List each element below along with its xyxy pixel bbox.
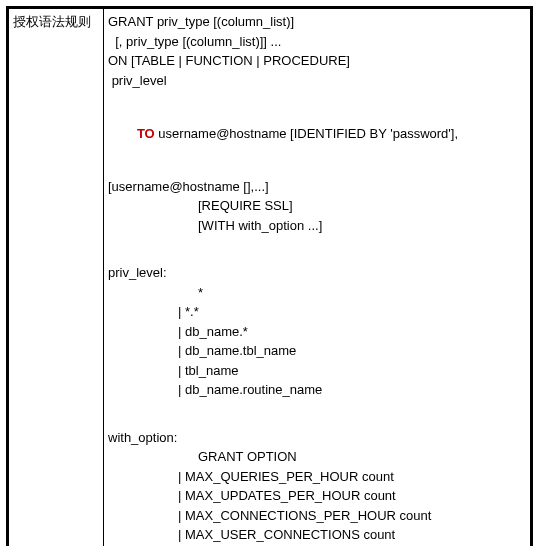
with-option-opt: GRANT OPTION bbox=[108, 447, 526, 467]
syntax-line: [, priv_type [(column_list)]] ... bbox=[108, 32, 526, 52]
grant-syntax-table: 授权语法规则 GRANT priv_type [(column_list)] [… bbox=[6, 6, 533, 546]
with-option-opt: | MAX_USER_CONNECTIONS count bbox=[108, 525, 526, 545]
syntax-line: [REQUIRE SSL] bbox=[108, 196, 526, 216]
with-option-header: with_option: bbox=[108, 428, 526, 448]
with-option-opt: | MAX_UPDATES_PER_HOUR count bbox=[108, 486, 526, 506]
with-option-opt: | MAX_CONNECTIONS_PER_HOUR count bbox=[108, 506, 526, 526]
to-rest: username@hostname [IDENTIFIED BY 'passwo… bbox=[155, 126, 458, 141]
priv-level-opt: | tbl_name bbox=[108, 361, 526, 381]
priv-level-opt: | db_name.routine_name bbox=[108, 380, 526, 400]
syntax-line: [username@hostname [],...] bbox=[108, 177, 526, 197]
priv-level-opt: | *.* bbox=[108, 302, 526, 322]
priv-level-opt: | db_name.* bbox=[108, 322, 526, 342]
with-option-opt: | MAX_QUERIES_PER_HOUR count bbox=[108, 467, 526, 487]
syntax-line: ON [TABLE | FUNCTION | PROCEDURE] bbox=[108, 51, 526, 71]
table-row: 授权语法规则 GRANT priv_type [(column_list)] [… bbox=[9, 9, 531, 547]
syntax-table: 授权语法规则 GRANT priv_type [(column_list)] [… bbox=[8, 8, 531, 546]
syntax-to-line: TO username@hostname [IDENTIFIED BY 'pas… bbox=[108, 104, 526, 163]
syntax-body: GRANT priv_type [(column_list)] [, priv_… bbox=[104, 9, 531, 547]
syntax-line: GRANT priv_type [(column_list)] bbox=[108, 12, 526, 32]
priv-level-opt: * bbox=[108, 283, 526, 303]
priv-level-header: priv_level: bbox=[108, 263, 526, 283]
syntax-line: priv_level bbox=[108, 71, 526, 91]
to-keyword: TO bbox=[137, 126, 155, 141]
syntax-line: [WITH with_option ...] bbox=[108, 216, 526, 236]
row-label: 授权语法规则 bbox=[9, 9, 104, 547]
priv-level-opt: | db_name.tbl_name bbox=[108, 341, 526, 361]
